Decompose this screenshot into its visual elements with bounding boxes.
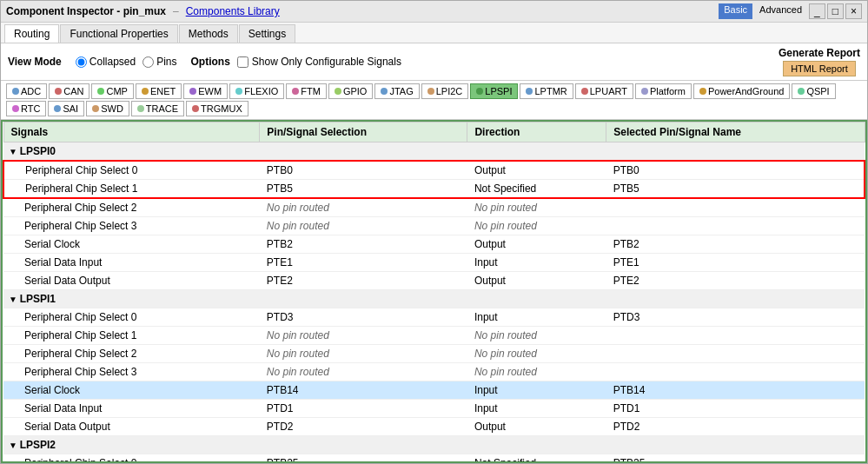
table-row[interactable]: Peripheral Chip Select 0PTB25Not Specifi…	[3, 454, 865, 464]
cell-signal: Peripheral Chip Select 0	[3, 308, 260, 327]
show-configurable-checkbox[interactable]: Show Only Configurable Signals	[237, 56, 401, 68]
sig-tab-flexio[interactable]: FLEXIO	[229, 83, 284, 99]
html-report-button[interactable]: HTML Report	[783, 61, 856, 76]
sig-tab-ftm[interactable]: FTM	[286, 83, 327, 99]
cell-selected: PTB25	[606, 454, 865, 464]
sig-tab-enet[interactable]: ENET	[136, 83, 182, 99]
cell-pin: No pin routed	[260, 327, 467, 345]
maximize-btn[interactable]: □	[827, 3, 844, 19]
close-btn[interactable]: ×	[845, 3, 862, 19]
group-row-lpspi2[interactable]: LPSPI2	[3, 436, 865, 454]
app-title: Component Inspector - pin_mux	[6, 5, 166, 17]
table-row[interactable]: Serial ClockPTB2OutputPTB2	[3, 235, 865, 254]
col-signals: Signals	[3, 123, 260, 143]
sig-tab-gpio[interactable]: GPIO	[328, 83, 374, 99]
table-row[interactable]: Peripheral Chip Select 3No pin routedNo …	[3, 217, 865, 235]
table-row[interactable]: Peripheral Chip Select 3No pin routedNo …	[3, 363, 865, 381]
table-row[interactable]: Serial Data OutputPTD2OutputPTD2	[3, 418, 865, 436]
sig-tab-lpi2c[interactable]: LPI2C	[421, 83, 469, 99]
table-row[interactable]: Serial ClockPTB14InputPTB14	[3, 381, 865, 400]
basic-mode[interactable]: Basic	[719, 3, 752, 19]
cell-selected: PTB2	[606, 235, 865, 254]
tab-routing[interactable]: Routing	[4, 24, 59, 43]
cell-selected	[606, 363, 865, 381]
sig-tab-can[interactable]: CAN	[49, 83, 89, 99]
title-bar: Component Inspector - pin_mux – Componen…	[1, 1, 867, 23]
cell-pin: PTE1	[260, 254, 467, 272]
cell-signal: Peripheral Chip Select 2	[3, 345, 260, 363]
cell-signal: Serial Data Output	[3, 272, 260, 290]
sig-tab-jtag[interactable]: JTAG	[374, 83, 419, 99]
cell-selected: PTD3	[606, 308, 865, 327]
sig-tab-lpspi[interactable]: LPSPI	[470, 83, 518, 99]
cell-pin: PTD2	[260, 418, 467, 436]
cell-selected	[606, 217, 865, 235]
options-label: Options	[191, 56, 230, 68]
cell-pin: PTB25	[260, 454, 467, 464]
cell-direction: No pin routed	[467, 363, 606, 381]
cell-signal: Peripheral Chip Select 0	[3, 161, 260, 180]
cell-signal: Peripheral Chip Select 2	[3, 198, 260, 217]
cell-selected: PTB0	[606, 161, 865, 180]
cell-direction: No pin routed	[467, 327, 606, 345]
group-row-lpspi0[interactable]: LPSPI0	[3, 143, 865, 162]
cell-direction: Input	[467, 381, 606, 400]
sig-tab-qspi[interactable]: QSPI	[792, 83, 835, 99]
tab-functional-properties[interactable]: Functional Properties	[60, 24, 177, 43]
cell-direction: No pin routed	[467, 345, 606, 363]
sig-tab-sai[interactable]: SAI	[48, 101, 84, 116]
sig-tab-swd[interactable]: SWD	[86, 101, 129, 116]
tab-methods[interactable]: Methods	[179, 24, 238, 43]
view-mode-label: View Mode	[8, 56, 62, 68]
toolbar: View Mode Collapsed Pins Options Show On…	[1, 43, 867, 81]
table-row[interactable]: Peripheral Chip Select 0PTB0OutputPTB0	[3, 161, 865, 180]
cell-pin: PTB0	[260, 161, 467, 180]
cell-direction: Output	[467, 418, 606, 436]
sig-tab-rtc[interactable]: RTC	[6, 101, 46, 116]
cell-pin: PTB2	[260, 235, 467, 254]
table-body: LPSPI0Peripheral Chip Select 0PTB0Output…	[3, 143, 865, 464]
sig-tab-ewm[interactable]: EWM	[183, 83, 228, 99]
cell-signal: Peripheral Chip Select 3	[3, 217, 260, 235]
pins-radio[interactable]: Pins	[142, 56, 176, 68]
sig-tab-trace[interactable]: TRACE	[131, 101, 184, 116]
group-row-lpspi1[interactable]: LPSPI1	[3, 290, 865, 308]
sig-tab-lpuart[interactable]: LPUART	[575, 83, 633, 99]
table-row[interactable]: Peripheral Chip Select 1No pin routedNo …	[3, 327, 865, 345]
cell-pin: No pin routed	[260, 217, 467, 235]
sig-tab-trgmux[interactable]: TRGMUX	[186, 101, 248, 116]
cell-pin: No pin routed	[260, 198, 467, 217]
table-row[interactable]: Serial Data InputPTE1InputPTE1	[3, 254, 865, 272]
sig-tab-cmp[interactable]: CMP	[91, 83, 133, 99]
sig-tab-adc[interactable]: ADC	[6, 83, 47, 99]
table-row[interactable]: Peripheral Chip Select 1PTB5Not Specifie…	[3, 180, 865, 199]
tab-settings[interactable]: Settings	[239, 24, 295, 43]
cell-selected: PTB14	[606, 381, 865, 400]
table-row[interactable]: Serial Data OutputPTE2OutputPTE2	[3, 272, 865, 290]
cell-pin: PTD1	[260, 400, 467, 418]
cell-signal: Peripheral Chip Select 3	[3, 363, 260, 381]
cell-direction: Output	[467, 272, 606, 290]
cell-selected	[606, 198, 865, 217]
lib-tab[interactable]: Components Library	[186, 5, 280, 17]
cell-direction: No pin routed	[467, 217, 606, 235]
table-area: Signals Pin/Signal Selection Direction S…	[1, 120, 867, 463]
cell-signal: Peripheral Chip Select 0	[3, 454, 260, 464]
minimize-btn[interactable]: _	[809, 3, 825, 19]
view-mode-radios: Collapsed Pins	[76, 56, 177, 68]
sig-tab-platform[interactable]: Platform	[635, 83, 692, 99]
generate-report-section: Generate Report HTML Report	[779, 47, 860, 76]
table-row[interactable]: Peripheral Chip Select 2No pin routedNo …	[3, 198, 865, 217]
table-row[interactable]: Peripheral Chip Select 2No pin routedNo …	[3, 345, 865, 363]
table-row[interactable]: Peripheral Chip Select 0PTD3InputPTD3	[3, 308, 865, 327]
title-sep1: –	[173, 5, 179, 17]
view-mode-group: View Mode	[8, 56, 62, 68]
window-controls: Basic Advanced _ □ ×	[719, 3, 862, 19]
cell-direction: Output	[467, 161, 606, 180]
cell-direction: Input	[467, 308, 606, 327]
advanced-mode[interactable]: Advanced	[754, 3, 807, 19]
table-row[interactable]: Serial Data InputPTD1InputPTD1	[3, 400, 865, 418]
collapsed-radio[interactable]: Collapsed	[76, 56, 136, 68]
sig-tab-lptmr[interactable]: LPTMR	[520, 83, 573, 99]
sig-tab-powerground[interactable]: PowerAndGround	[693, 83, 790, 99]
